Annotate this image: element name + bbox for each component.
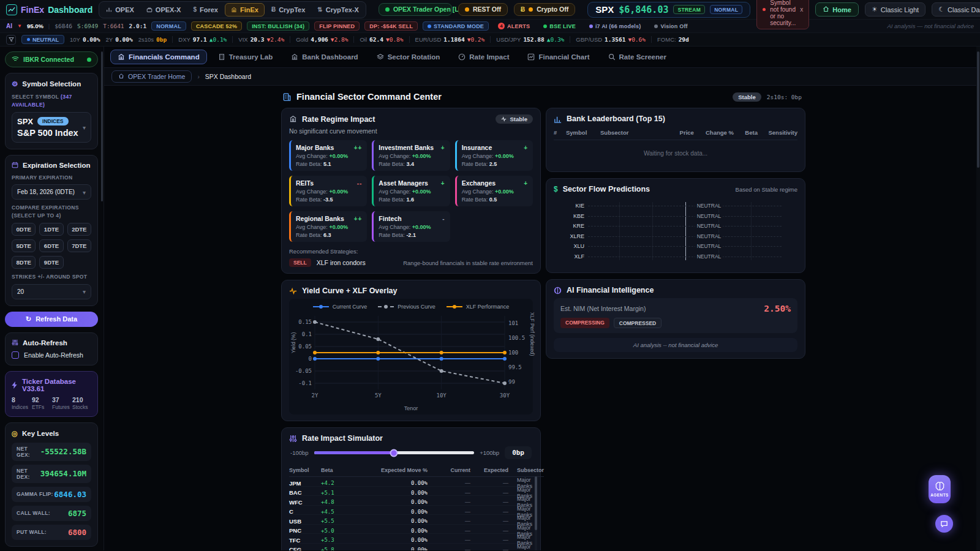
table-scrollbar[interactable] (535, 476, 537, 550)
table-row[interactable]: USB+5.50.00%——Major Banks (289, 515, 533, 525)
tab-treasury-lab[interactable]: Treasury Lab (211, 50, 281, 64)
theme-light-button[interactable]: ☀Classic Light (865, 2, 925, 17)
sector-card-investment-banks[interactable]: Investment Banks+ Avg Change: +0.00% Rat… (372, 140, 450, 171)
legend-xlf-performance[interactable]: XLF Performance (447, 304, 510, 310)
primary-expiration-select[interactable]: Feb 18, 2026 (0DTE)▾ (12, 184, 91, 200)
sector-name: Insurance (462, 144, 492, 151)
nav-cryptex-x[interactable]: ⇅CrypTex-X (312, 4, 364, 16)
nav-forex[interactable]: $Forex (187, 4, 224, 16)
sector-card-asset-managers[interactable]: Asset Managers+ Avg Change: +0.00% Rate … (372, 176, 450, 206)
rate-slider[interactable] (314, 451, 475, 454)
slider-thumb[interactable] (390, 449, 398, 457)
gear-icon: ⚙ (12, 80, 18, 88)
dte-button-7dte[interactable]: 7DTE (67, 239, 91, 252)
dte-button-6dte[interactable]: 6DTE (39, 239, 63, 252)
table-row[interactable]: BAC+5.10.00%——Major Banks (289, 487, 533, 497)
sector-card-exchanges[interactable]: Exchanges+ Avg Change: +0.00% Rate Beta:… (455, 176, 533, 206)
nav-finex[interactable]: FinEx (225, 3, 265, 17)
sidebar-scrollbar[interactable] (101, 51, 103, 201)
dte-button-1dte[interactable]: 1DTE (39, 223, 63, 236)
dte-options: 0DTE 1DTE 2DTE 5DTE 6DTE 7DTE 8DTE 9DTE (12, 223, 91, 269)
agents-button[interactable]: AGENTS (929, 475, 951, 503)
inst-badge[interactable]: INST: BULLISH (34) (247, 21, 309, 31)
table-row[interactable]: TFC+5.30.00%——Major Banks (289, 534, 533, 544)
toast-close-icon[interactable]: x (800, 6, 803, 13)
dte-button-9dte[interactable]: 9DTE (39, 256, 63, 269)
nav-label: OPEX (115, 6, 134, 13)
sector-card-insurance[interactable]: Insurance+ Avg Change: +0.00% Rate Beta:… (455, 140, 533, 171)
crypto-status-pill[interactable]: ɃCrypto Off (514, 3, 575, 16)
auto-refresh-checkbox[interactable] (12, 351, 19, 359)
tab-financials-command[interactable]: Financials Command (110, 50, 207, 64)
regime-label: NEUTRAL (32, 37, 59, 43)
theme-dark-button[interactable]: ☾Classic Dark (932, 2, 980, 17)
nav-opex-x[interactable]: OPEX-X (141, 4, 187, 16)
sector-trend: -- (357, 180, 363, 187)
tab-rate-impact[interactable]: Rate Impact (451, 50, 516, 64)
alerts-badge[interactable]: 4ALERTS (494, 22, 534, 31)
tab-sector-rotation[interactable]: Sector Rotation (369, 50, 448, 64)
dte-button-2dte[interactable]: 2DTE (67, 223, 91, 236)
breadcrumb-home-link[interactable]: OPEX Trader Home (111, 70, 192, 83)
flow-label: KIE (556, 203, 588, 209)
home-label: Home (832, 6, 851, 13)
bank-icon (231, 7, 237, 13)
page-scrollbar[interactable] (976, 47, 980, 550)
dte-button-8dte[interactable]: 8DTE (12, 256, 36, 269)
home-button[interactable]: Home (815, 2, 859, 17)
legend-current-curve[interactable]: Current Curve (313, 304, 368, 310)
sector-card-reits[interactable]: REITs-- Avg Change: +0.00% Rate Beta: -3… (289, 176, 367, 206)
ai-disclaimer: AI analysis — not financial advice (887, 23, 974, 29)
cell-symbol: PNC (289, 527, 321, 534)
bank-leaderboard-panel: Bank Leaderboard (Top 15) # Symbol Subse… (546, 108, 805, 172)
chat-button[interactable] (935, 515, 953, 533)
refresh-data-button[interactable]: ↻ Refresh Data (5, 312, 98, 327)
level-value: 6800 (68, 528, 86, 537)
table-row[interactable]: PNC+5.00.00%——Major Banks (289, 525, 533, 534)
scrollbar-thumb[interactable] (977, 51, 979, 168)
vision-indicator[interactable]: Vision Off (650, 22, 692, 30)
regime-pill-label: Stable (510, 116, 527, 122)
avg-label: Avg Change: (379, 153, 410, 159)
trader-status-pill[interactable]: OPEX Trader Open [LIVE] (379, 3, 452, 16)
table-row[interactable]: JPM+4.20.00%——Major Banks (289, 477, 533, 487)
svg-text:0.05: 0.05 (298, 343, 312, 350)
col-current: Current (428, 465, 470, 477)
table-row[interactable]: CFG+5.80.00%——Major Banks (289, 544, 533, 551)
table-row[interactable]: C+4.50.00%——Major Banks (289, 506, 533, 515)
tab-bank-dashboard[interactable]: Bank Dashboard (284, 50, 365, 64)
dte-button-5dte[interactable]: 5DTE (12, 239, 36, 252)
tab-financial-chart[interactable]: Financial Chart (520, 50, 597, 64)
nav-cryptex[interactable]: ɃCrypTex (266, 4, 311, 16)
status-dot (465, 7, 469, 12)
compare-expirations-label: COMPARE EXPIRATIONS (SELECT UP TO 4) (12, 204, 91, 220)
strikes-select[interactable]: 20▾ (12, 284, 91, 299)
cell-subsector: Major Banks (508, 544, 533, 551)
flip-badge[interactable]: FLIP PINNED (314, 21, 360, 31)
bse-label: BSE LIVE (549, 23, 576, 29)
symbol-type-badge: INDICES (37, 117, 68, 126)
tab-rate-screener[interactable]: Rate Screener (601, 50, 674, 64)
table-row[interactable]: WFC+4.80.00%——Major Banks (289, 496, 533, 506)
flow-label: XLU (556, 243, 588, 249)
mode-badge[interactable]: STANDARD MODE (423, 21, 489, 31)
sector-trend: ++ (354, 144, 363, 151)
dte-button-0dte[interactable]: 0DTE (12, 223, 36, 236)
sector-card-fintech[interactable]: Fintech- Avg Change: +0.00% Rate Beta: -… (372, 211, 450, 242)
svg-text:0.15: 0.15 (298, 319, 312, 325)
cascade-badge[interactable]: CASCADE 52% (191, 21, 242, 31)
ticker-change: ▲0.3% (547, 36, 565, 43)
ticker-item: 2Y0.00% (106, 36, 133, 43)
sector-card-major-banks[interactable]: Major Banks++ Avg Change: +0.00% Rate Be… (289, 140, 367, 171)
level-value: -55522.58B (40, 447, 86, 456)
filter-icon[interactable] (6, 35, 16, 45)
nav-label: Forex (200, 6, 218, 13)
dp-badge[interactable]: DP: -$54K SELL (364, 21, 418, 31)
legend-previous-curve[interactable]: Previous Curve (378, 304, 435, 310)
rest-status-pill[interactable]: REST Off (458, 3, 508, 16)
symbol-select[interactable]: SPX INDICES S&P 500 Index ▾ (12, 112, 91, 143)
scrollbar-thumb[interactable] (535, 476, 537, 530)
normal-badge[interactable]: NORMAL (151, 21, 186, 31)
nav-opex[interactable]: OPEX (100, 4, 140, 16)
sector-card-regional-banks[interactable]: Regional Banks++ Avg Change: +0.00% Rate… (289, 211, 367, 242)
